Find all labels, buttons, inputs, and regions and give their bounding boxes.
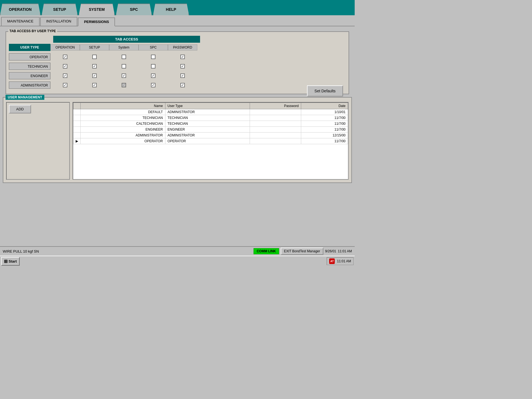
sub-nav-tab-installation[interactable]: INSTALLATION: [40, 17, 78, 26]
top-nav-tab-operation[interactable]: OPERATION: [0, 4, 40, 15]
checkbox-cell-administrator-4: [168, 83, 197, 87]
top-nav-tab-spc[interactable]: SPC: [116, 4, 152, 15]
permissions-table: USER TYPEOPERATIONSETUPSystemSPCPASSWORD…: [9, 44, 346, 91]
checkbox-cell-engineer-0: [50, 73, 80, 78]
checkbox-operator-0[interactable]: [63, 55, 67, 59]
table-row[interactable]: CALTECHNICIANTECHNICIAN11/7/00: [73, 121, 348, 127]
row-indicator: [73, 121, 81, 127]
col-header-password: PASSWORD: [168, 44, 197, 50]
perm-row-operator: OPERATOR: [9, 53, 346, 60]
user-mgmt-content: ADD Name User Type Password Date DEFA: [6, 102, 349, 180]
start-button[interactable]: ⊞ Start: [1, 257, 20, 266]
user-name: ENGINEER: [81, 127, 165, 133]
user-date: 1/10/01: [301, 109, 348, 115]
checkbox-cell-operator-3: [139, 55, 168, 59]
user-name: ADMINISTRATOR: [81, 133, 165, 138]
checkbox-engineer-2[interactable]: [122, 73, 126, 78]
col-header-system: System: [109, 44, 139, 50]
user-type-header: USER TYPE: [9, 44, 50, 51]
checkbox-technician-2[interactable]: [122, 64, 126, 68]
table-row[interactable]: ADMINISTRATORADMINISTRATOR12/15/00: [73, 133, 348, 138]
col-name: Name: [81, 103, 165, 109]
checkbox-cell-administrator-2: [109, 83, 139, 87]
checkbox-technician-4[interactable]: [180, 64, 185, 68]
checkbox-administrator-2[interactable]: [122, 83, 126, 87]
top-nav-tab-setup[interactable]: SETUP: [42, 4, 78, 15]
checkbox-technician-1[interactable]: [92, 64, 97, 68]
checkbox-operator-4[interactable]: [180, 55, 185, 59]
user-name: TECHNICIAN: [81, 115, 165, 121]
tab-access-header: TAB ACCESS: [53, 36, 200, 43]
user-type-label-administrator: ADMINISTRATOR: [9, 82, 50, 89]
user-date: 12/15/00: [301, 133, 348, 138]
sub-nav: MAINTENANCEINSTALLATIONPERMISSIONS: [0, 15, 355, 26]
user-password: [250, 109, 301, 115]
user-name: DEFAULT: [81, 109, 165, 115]
checkbox-cell-administrator-3: [139, 83, 168, 87]
checkbox-operator-1[interactable]: [92, 55, 97, 59]
checkbox-administrator-4[interactable]: [180, 83, 185, 87]
start-label: Start: [9, 259, 17, 263]
user-password: [250, 127, 301, 133]
user-type-label-engineer: ENGINEER: [9, 72, 50, 79]
user-mgmt-left: ADD: [6, 102, 70, 180]
taskbar-time: 11:01 AM: [337, 259, 351, 263]
checkbox-technician-0[interactable]: [63, 64, 67, 68]
status-time: 11:01 AM: [338, 249, 352, 253]
checkbox-cell-technician-4: [168, 64, 197, 68]
top-nav-tab-help[interactable]: HELP: [153, 4, 189, 15]
checkbox-cell-engineer-3: [139, 73, 168, 78]
user-type: TECHNICIAN: [165, 121, 250, 127]
sub-nav-tab-permissions[interactable]: PERMISSIONS: [78, 17, 115, 26]
checkbox-cell-engineer-4: [168, 73, 197, 78]
user-mgmt-right: Name User Type Password Date DEFAULTADMI…: [73, 102, 349, 180]
checkbox-engineer-4[interactable]: [180, 73, 185, 78]
col-header-operation: OPERATION: [50, 44, 80, 50]
checkbox-cell-operator-0: [50, 55, 80, 59]
windows-icon: ⊞: [4, 259, 7, 264]
checkbox-administrator-1[interactable]: [92, 83, 97, 87]
checkbox-technician-3[interactable]: [151, 64, 155, 68]
add-user-button[interactable]: ADD: [9, 105, 31, 113]
user-password: [250, 115, 301, 121]
sub-nav-tab-maintenance[interactable]: MAINTENANCE: [1, 17, 40, 26]
tab-access-title: TAB ACCESS BY USER TYPE: [8, 29, 57, 33]
checkbox-cell-administrator-1: [80, 83, 109, 87]
user-name: CALTECHNICIAN: [81, 121, 165, 127]
user-password: [250, 138, 301, 144]
checkbox-operator-2[interactable]: [122, 55, 126, 59]
table-row[interactable]: ▶OPERATOROPERATOR11/7/00: [73, 138, 348, 144]
checkbox-engineer-0[interactable]: [63, 73, 67, 78]
row-indicator: [73, 109, 81, 115]
user-date: 11/7/00: [301, 138, 348, 144]
table-row[interactable]: TECHNICIANTECHNICIAN11/7/00: [73, 115, 348, 121]
checkbox-cell-technician-2: [109, 64, 139, 68]
ati-icon: AT: [329, 258, 335, 264]
user-password: [250, 121, 301, 127]
user-date: 11/7/00: [301, 115, 348, 121]
user-type: OPERATOR: [165, 138, 250, 144]
checkbox-engineer-1[interactable]: [92, 73, 97, 78]
col-header-setup: SETUP: [80, 44, 109, 50]
table-row[interactable]: DEFAULTADMINISTRATOR1/10/01: [73, 109, 348, 115]
checkbox-cell-operator-2: [109, 55, 139, 59]
top-nav-tab-system[interactable]: SYSTEM: [79, 4, 115, 15]
checkbox-administrator-3[interactable]: [151, 83, 155, 87]
exit-button[interactable]: EXIT BondTest Manager: [281, 248, 324, 255]
main-content: TAB ACCESS BY USER TYPE TAB ACCESS USER …: [0, 26, 355, 244]
users-table: Name User Type Password Date DEFAULTADMI…: [73, 103, 348, 144]
checkbox-cell-technician-1: [80, 64, 109, 68]
checkbox-cell-technician-3: [139, 64, 168, 68]
table-row[interactable]: ENGINEERENGINEER11/7/00: [73, 127, 348, 133]
comm-link-badge: COMM LINK: [254, 248, 279, 254]
row-indicator: [73, 115, 81, 121]
user-name: OPERATOR: [81, 138, 165, 144]
user-type-label-operator: OPERATOR: [9, 53, 50, 60]
checkbox-operator-3[interactable]: [151, 55, 155, 59]
checkbox-cell-operator-4: [168, 55, 197, 59]
checkbox-engineer-3[interactable]: [151, 73, 155, 78]
perm-row-technician: TECHNICIAN: [9, 63, 346, 70]
user-type: ADMINISTRATOR: [165, 133, 250, 138]
perm-header-row: USER TYPEOPERATIONSETUPSystemSPCPASSWORD: [9, 44, 346, 51]
checkbox-administrator-0[interactable]: [63, 83, 67, 87]
